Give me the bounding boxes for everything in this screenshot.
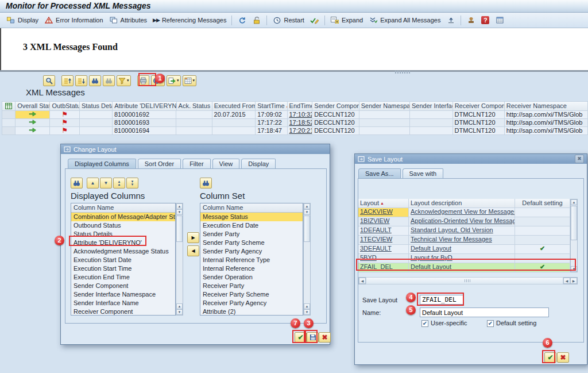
- scroll-down-icon[interactable]: ▼: [176, 209, 183, 215]
- scroll-up-icon[interactable]: ▲: [304, 203, 310, 209]
- error-information-button[interactable]: Error Information: [41, 15, 106, 26]
- list-item[interactable]: Sender Party: [200, 230, 303, 239]
- display-button[interactable]: Display: [3, 15, 41, 26]
- start-time-cell[interactable]: 17:17:22: [256, 119, 287, 127]
- outb-status-cell[interactable]: ⚑: [50, 111, 79, 119]
- scrollbar-thumb[interactable]: [176, 216, 183, 242]
- list-item[interactable]: Internal Reference Type: [200, 256, 303, 264]
- collapse-button[interactable]: [443, 15, 458, 26]
- scroll-down-icon[interactable]: ▼: [304, 209, 310, 215]
- col-layout-description[interactable]: Layout description: [409, 199, 515, 208]
- table-row[interactable]: ⚑ 8100001692 20.07.2015 17:09:02 17:10:3…: [2, 111, 588, 119]
- receiver-namespace-cell[interactable]: http://sap.com/xi/TMS/Glob: [505, 111, 588, 119]
- scroll-up-icon[interactable]: ▲: [176, 303, 183, 309]
- overall-status-cell[interactable]: [16, 119, 50, 127]
- col-attribute-deliveryno[interactable]: Attribute 'DELIVERYNO': [113, 102, 176, 111]
- referencing-messages-button[interactable]: ▶▶ Referencing Messages: [150, 16, 229, 25]
- executed-from-cell[interactable]: 20.07.2015: [212, 111, 256, 119]
- deliveryno-cell[interactable]: 8100001692: [113, 111, 176, 119]
- archive-button[interactable]: [463, 15, 478, 26]
- list-item[interactable]: Execution End Date: [200, 221, 303, 230]
- tab-view[interactable]: View: [212, 159, 240, 169]
- table-row[interactable]: ⚑ 8100001693 17:17:22 17:18:52 DECCLNT12…: [2, 119, 588, 127]
- sender-component-cell[interactable]: DECCLNT120: [312, 119, 359, 127]
- selection-header-icon[interactable]: [2, 102, 16, 111]
- list-item[interactable]: Execution Start Date: [71, 256, 175, 264]
- list-item[interactable]: Acknowledgment Message Status: [71, 247, 175, 256]
- scroll-up-icon[interactable]: ▲: [304, 303, 310, 309]
- scroll-up-icon[interactable]: ▲: [571, 199, 577, 205]
- start-time-cell[interactable]: 17:09:02: [256, 111, 287, 119]
- choose-layout-button[interactable]: ▾: [183, 75, 197, 86]
- outb-status-cell[interactable]: ⚑: [50, 127, 79, 135]
- tab-filter[interactable]: Filter: [183, 159, 210, 169]
- layout-description-link[interactable]: Acknowledgement View for Messages: [409, 208, 515, 217]
- list-item[interactable]: Execution Start Time: [71, 264, 175, 273]
- user-specific-checkbox[interactable]: ✔: [421, 320, 428, 327]
- right-list-scrollbar[interactable]: ▲ ▼ ▲ ▼: [303, 203, 311, 316]
- find-column-button-right[interactable]: [200, 178, 212, 189]
- end-time-link[interactable]: 17:18:52: [288, 119, 313, 127]
- end-time-link[interactable]: 17:10:32: [288, 111, 313, 119]
- layout-row[interactable]: 1DEFAULT Standard Layout, Old Version: [358, 226, 570, 236]
- list-item[interactable]: Attribute (2): [200, 307, 303, 316]
- list-item[interactable]: Receiver Party: [200, 282, 303, 290]
- outb-status-cell[interactable]: ⚑: [50, 119, 79, 127]
- tab-save-with[interactable]: Save with: [403, 168, 444, 179]
- move-down-button[interactable]: ▼: [100, 178, 112, 189]
- start-time-cell[interactable]: 17:18:47: [256, 127, 287, 135]
- list-item[interactable]: Sender Party Agency: [200, 247, 303, 256]
- scrollbar-thumb[interactable]: [571, 206, 577, 240]
- cancel-button[interactable]: ✖: [319, 332, 331, 343]
- tab-save-as[interactable]: Save As...: [358, 168, 401, 179]
- left-list-scrollbar[interactable]: ▲ ▼ ▲ ▼: [176, 203, 183, 316]
- receiver-component-cell[interactable]: DTMCLNT120: [453, 127, 505, 135]
- list-item[interactable]: Sender Interface Namespace: [71, 290, 175, 299]
- move-to-top-button[interactable]: ▲▲: [113, 178, 125, 189]
- expand-all-messages-button[interactable]: Expand All Messages: [366, 15, 443, 26]
- restart-button[interactable]: Restart: [269, 15, 307, 26]
- sort-ascending-button[interactable]: [61, 75, 74, 86]
- row-selector[interactable]: [2, 127, 16, 135]
- help-button[interactable]: ?: [478, 15, 492, 25]
- export-button[interactable]: ▾: [167, 75, 181, 86]
- layout-name-link[interactable]: 1BIZVIEW: [358, 217, 409, 226]
- sender-component-cell[interactable]: DECCLNT120: [312, 127, 359, 135]
- col-end-time[interactable]: EndTime: [288, 102, 313, 111]
- change-layout-titlebar[interactable]: Change Layout: [61, 144, 330, 154]
- col-layout[interactable]: Layout▲: [358, 199, 409, 208]
- row-selector[interactable]: [2, 119, 16, 127]
- tab-display[interactable]: Display: [241, 159, 276, 169]
- table-row[interactable]: ⚑ 8100001694 17:18:47 17:20:21 DECCLNT12…: [2, 127, 588, 135]
- scroll-left-icon[interactable]: ◀: [359, 278, 366, 284]
- close-dialog-button[interactable]: ✖: [575, 155, 584, 163]
- list-item[interactable]: Receiver Component: [71, 307, 175, 316]
- tab-sort-order[interactable]: Sort Order: [138, 159, 181, 169]
- overall-status-cell[interactable]: [16, 127, 50, 135]
- col-ack-status[interactable]: Ack. Status: [177, 102, 212, 111]
- end-time-link[interactable]: 17:20:21: [288, 127, 313, 135]
- col-receiver-component[interactable]: Receiver Component: [453, 102, 505, 111]
- move-to-bottom-button[interactable]: ▼▼: [126, 178, 138, 189]
- splitter-grip[interactable]: [395, 71, 410, 74]
- layout-row[interactable]: 1TECVIEW Technical View for Messages: [358, 236, 570, 245]
- find-next-button[interactable]: [103, 75, 115, 86]
- add-column-button[interactable]: ◀: [187, 245, 199, 256]
- receiver-component-cell[interactable]: DTMCLNT120: [453, 119, 505, 127]
- row-selector[interactable]: [2, 111, 16, 119]
- save-cancel-button[interactable]: ✖: [557, 352, 569, 363]
- list-item[interactable]: Execution End Time: [71, 273, 175, 282]
- layout-row[interactable]: 1ACKVIEW Acknowledgement View for Messag…: [358, 208, 570, 217]
- col-status-details[interactable]: Status Details: [80, 102, 113, 111]
- layout-name-link[interactable]: 1ACKVIEW: [358, 208, 409, 217]
- layout-description-link[interactable]: Application-Oriented View for Messag..: [409, 217, 515, 226]
- list-item[interactable]: Outbound Status: [71, 221, 175, 230]
- layout-name-link[interactable]: 1TECVIEW: [358, 236, 409, 245]
- receiver-namespace-cell[interactable]: http://sap.com/xi/TMS/Glob: [505, 119, 588, 127]
- executed-from-cell[interactable]: [212, 127, 256, 135]
- scrollbar-thumb[interactable]: [304, 216, 310, 242]
- default-setting-checkbox[interactable]: ✔: [487, 320, 494, 327]
- col-sender-namespace[interactable]: Sender Namespace: [359, 102, 410, 111]
- unlock-button[interactable]: [249, 15, 264, 26]
- expand-button[interactable]: Expand: [327, 15, 366, 26]
